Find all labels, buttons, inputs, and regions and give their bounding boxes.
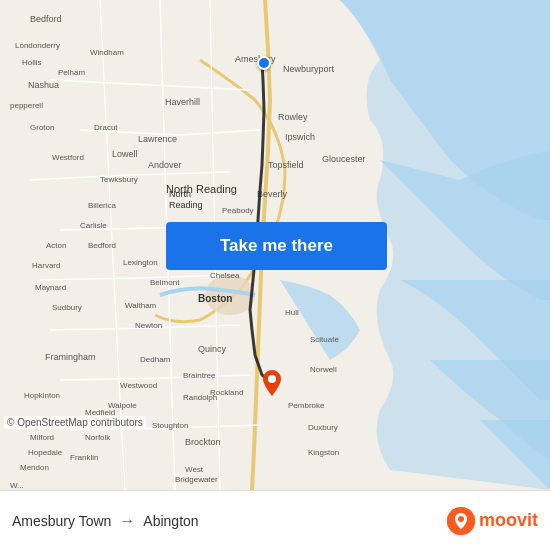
- svg-text:Walpole: Walpole: [108, 401, 137, 410]
- svg-text:Gloucester: Gloucester: [322, 154, 366, 164]
- svg-text:Pelham: Pelham: [58, 68, 85, 77]
- svg-text:Topsfield: Topsfield: [268, 160, 304, 170]
- svg-text:Norfolk: Norfolk: [85, 433, 111, 442]
- svg-text:Newburyport: Newburyport: [283, 64, 335, 74]
- svg-text:Westwood: Westwood: [120, 381, 157, 390]
- svg-text:Maynard: Maynard: [35, 283, 66, 292]
- svg-text:Lawrence: Lawrence: [138, 134, 177, 144]
- svg-text:Mendon: Mendon: [20, 463, 49, 472]
- svg-text:W...: W...: [10, 481, 24, 490]
- svg-text:Pembroke: Pembroke: [288, 401, 325, 410]
- svg-text:Boston: Boston: [198, 293, 232, 304]
- svg-text:Bedford: Bedford: [30, 14, 62, 24]
- svg-text:Quincy: Quincy: [198, 344, 227, 354]
- svg-text:Ipswich: Ipswich: [285, 132, 315, 142]
- svg-text:Groton: Groton: [30, 123, 54, 132]
- svg-text:Hollis: Hollis: [22, 58, 42, 67]
- svg-text:Dedham: Dedham: [140, 355, 171, 364]
- svg-text:pepperell: pepperell: [10, 101, 43, 110]
- map-container: Bedford Londonderry Nashua Haverhill New…: [0, 0, 550, 490]
- svg-text:Tewksbury: Tewksbury: [100, 175, 138, 184]
- svg-text:Windham: Windham: [90, 48, 124, 57]
- origin-label: Amesbury Town: [12, 513, 111, 529]
- svg-text:North: North: [169, 189, 191, 199]
- svg-text:Rowley: Rowley: [278, 112, 308, 122]
- svg-text:Nashua: Nashua: [28, 80, 59, 90]
- svg-text:Braintree: Braintree: [183, 371, 216, 380]
- svg-text:Haverhill: Haverhill: [165, 97, 200, 107]
- svg-text:Bridgewater: Bridgewater: [175, 475, 218, 484]
- svg-text:Westford: Westford: [52, 153, 84, 162]
- svg-text:Billerica: Billerica: [88, 201, 117, 210]
- svg-text:Hopedale: Hopedale: [28, 448, 63, 457]
- svg-point-70: [458, 516, 464, 522]
- arrow-icon: →: [119, 512, 135, 530]
- svg-text:Newton: Newton: [135, 321, 162, 330]
- svg-text:Norwell: Norwell: [310, 365, 337, 374]
- svg-text:Duxbury: Duxbury: [308, 423, 338, 432]
- svg-text:Londonderry: Londonderry: [15, 41, 60, 50]
- svg-text:Andover: Andover: [148, 160, 182, 170]
- svg-text:Framingham: Framingham: [45, 352, 96, 362]
- svg-text:Beverly: Beverly: [257, 189, 288, 199]
- svg-text:Acton: Acton: [46, 241, 66, 250]
- footer: Amesbury Town → Abington moovit: [0, 490, 550, 550]
- svg-text:Hopkinton: Hopkinton: [24, 391, 60, 400]
- moovit-icon: [447, 507, 475, 535]
- svg-text:Kingston: Kingston: [308, 448, 339, 457]
- route-info: Amesbury Town → Abington: [12, 512, 447, 530]
- destination-label: Abington: [143, 513, 198, 529]
- svg-text:Brockton: Brockton: [185, 437, 221, 447]
- svg-point-68: [268, 375, 276, 383]
- moovit-text: moovit: [479, 510, 538, 531]
- svg-text:Milford: Milford: [30, 433, 54, 442]
- svg-text:Lowell: Lowell: [112, 149, 138, 159]
- destination-pin: [263, 370, 281, 400]
- take-me-there-button[interactable]: Take me there: [166, 222, 387, 270]
- moovit-logo: moovit: [447, 507, 538, 535]
- origin-pin: [257, 56, 271, 70]
- svg-text:Waltham: Waltham: [125, 301, 157, 310]
- svg-text:Reading: Reading: [169, 200, 203, 210]
- svg-text:Franklin: Franklin: [70, 453, 98, 462]
- osm-attribution: © OpenStreetMap contributors: [4, 416, 146, 429]
- svg-text:Rockland: Rockland: [210, 388, 243, 397]
- svg-text:Scituate: Scituate: [310, 335, 339, 344]
- svg-text:Peabody: Peabody: [222, 206, 254, 215]
- svg-text:Sudbury: Sudbury: [52, 303, 82, 312]
- svg-text:West: West: [185, 465, 204, 474]
- svg-text:Hull: Hull: [285, 308, 299, 317]
- svg-text:Harvard: Harvard: [32, 261, 60, 270]
- svg-text:Bedford: Bedford: [88, 241, 116, 250]
- svg-text:Dracut: Dracut: [94, 123, 118, 132]
- svg-text:Carlisle: Carlisle: [80, 221, 107, 230]
- svg-text:Stoughton: Stoughton: [152, 421, 188, 430]
- svg-text:Chelsea: Chelsea: [210, 271, 240, 280]
- svg-text:Belmont: Belmont: [150, 278, 180, 287]
- svg-text:Lexington: Lexington: [123, 258, 158, 267]
